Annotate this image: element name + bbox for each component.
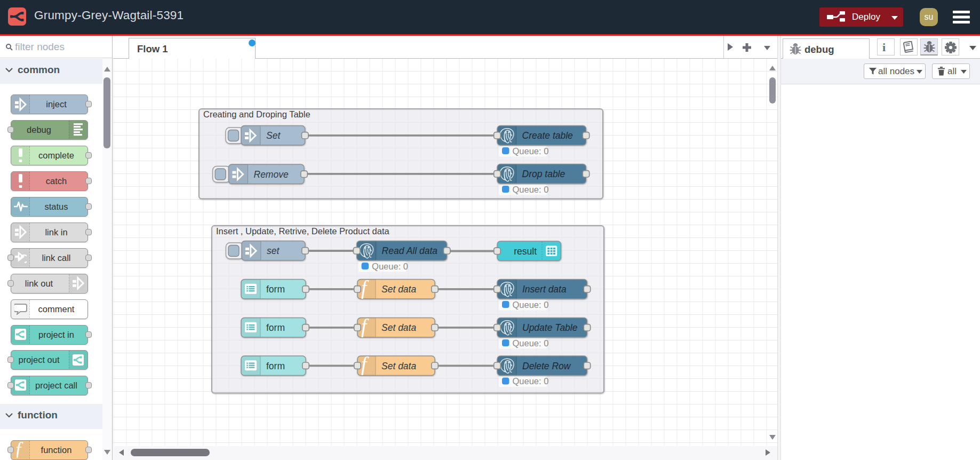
svg-text:Set data: Set data (381, 322, 416, 333)
svg-text:result: result (514, 246, 537, 257)
svg-text:Creating and Droping Table: Creating and Droping Table (203, 109, 310, 119)
svg-text:Insert , Update, Retrive, Dele: Insert , Update, Retrive, Delete Product… (216, 226, 389, 236)
svg-text:Queue: 0: Queue: 0 (513, 146, 549, 156)
svg-text:Queue: 0: Queue: 0 (513, 300, 549, 310)
svg-text:form: form (266, 322, 285, 333)
svg-text:i: i (882, 41, 886, 53)
svg-text:Queue: 0: Queue: 0 (372, 261, 408, 271)
svg-text:Insert data: Insert data (522, 284, 567, 295)
svg-text:set: set (267, 245, 280, 256)
svg-text:Update Table: Update Table (522, 322, 578, 333)
svg-text:Read All data: Read All data (382, 245, 438, 256)
svg-text:form: form (266, 361, 285, 371)
svg-text:Queue: 0: Queue: 0 (513, 376, 549, 386)
svg-text:Set data: Set data (381, 361, 416, 371)
svg-text:form: form (266, 284, 285, 295)
svg-text:Remove: Remove (254, 169, 289, 180)
svg-text:Set data: Set data (381, 284, 416, 295)
svg-text:f: f (17, 442, 23, 458)
svg-text:Queue: 0: Queue: 0 (513, 185, 549, 194)
svg-text:Create table: Create table (522, 130, 573, 141)
svg-text:Queue: 0: Queue: 0 (513, 338, 549, 348)
svg-text:Drop table: Drop table (522, 169, 565, 179)
svg-text:Set: Set (266, 130, 281, 141)
svg-text:Delete Row: Delete Row (522, 361, 571, 371)
